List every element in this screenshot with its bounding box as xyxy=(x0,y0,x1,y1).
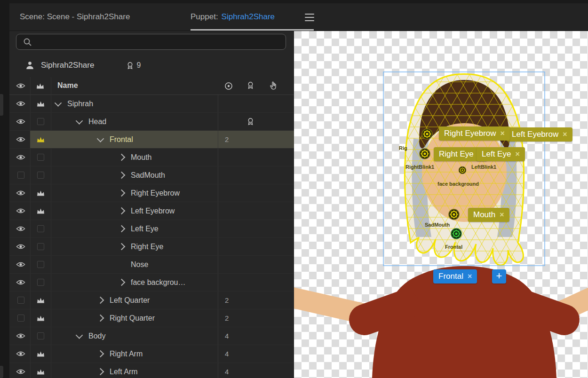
right-eye-handle[interactable] xyxy=(418,147,432,161)
independence-toggle[interactable] xyxy=(30,238,51,255)
tag-close-icon[interactable]: × xyxy=(515,150,519,158)
layer-name: Right Eyebrow xyxy=(131,189,180,197)
independence-toggle[interactable] xyxy=(30,166,51,184)
visibility-toggle[interactable] xyxy=(11,149,30,166)
visibility-toggle[interactable] xyxy=(11,256,30,273)
expand-chevron[interactable] xyxy=(118,207,126,215)
expand-chevron[interactable] xyxy=(76,117,83,125)
expand-chevron[interactable] xyxy=(118,225,126,233)
search-box[interactable] xyxy=(16,34,286,50)
tree-row-sadmouth[interactable]: SadMouth xyxy=(9,166,294,184)
mouth-handle[interactable] xyxy=(447,207,461,221)
dock-rail-notch-bottom xyxy=(0,366,3,378)
stage-canvas[interactable]: RigRightBlink1LeftBlink1face backgroundS… xyxy=(294,31,588,378)
visibility-toggle[interactable] xyxy=(11,166,30,184)
independence-toggle[interactable] xyxy=(30,95,51,112)
expand-chevron[interactable] xyxy=(97,135,104,142)
visibility-toggle[interactable] xyxy=(11,113,30,130)
expand-chevron[interactable] xyxy=(118,279,126,286)
expand-chevron[interactable] xyxy=(97,297,104,304)
stage-layer-label: Frontal xyxy=(445,244,462,250)
tree-row-body[interactable]: Body 4 xyxy=(9,327,294,345)
expand-chevron[interactable] xyxy=(118,189,126,197)
tree-row-frontal[interactable]: Frontal 2 xyxy=(9,131,294,149)
layer-name: Mouth xyxy=(131,153,151,162)
independence-toggle[interactable] xyxy=(30,202,51,220)
tag-close-icon[interactable]: × xyxy=(563,130,567,139)
empty-toggle-box xyxy=(37,332,44,339)
layer-count: 4 xyxy=(225,350,229,358)
visibility-toggle[interactable] xyxy=(11,274,30,291)
expand-chevron[interactable] xyxy=(118,243,126,251)
independence-toggle[interactable] xyxy=(30,220,51,237)
left-dock-rail xyxy=(0,0,10,378)
independence-toggle[interactable] xyxy=(30,113,51,130)
visibility-toggle[interactable] xyxy=(11,363,30,378)
tree-row-face-backgrou[interactable]: face backgrou… xyxy=(9,274,294,291)
expand-chevron[interactable] xyxy=(118,172,126,179)
frontal-tag[interactable]: Frontal × xyxy=(433,269,477,284)
expand-chevron[interactable] xyxy=(97,350,104,358)
crown-icon xyxy=(36,136,45,143)
visibility-toggle[interactable] xyxy=(11,309,30,327)
independence-toggle[interactable] xyxy=(30,345,51,362)
tag-close-icon[interactable]: × xyxy=(500,211,504,219)
independence-toggle[interactable] xyxy=(30,363,51,378)
layer-name: Frontal xyxy=(110,135,133,144)
independence-toggle[interactable] xyxy=(30,274,51,291)
tree-row-left-quarter[interactable]: Left Quarter 2 xyxy=(9,291,294,309)
independence-toggle[interactable] xyxy=(30,149,51,166)
visibility-toggle[interactable] xyxy=(11,238,30,255)
tab-puppet[interactable]: Puppet: Siphrah2Share xyxy=(191,3,275,31)
mouth-tag[interactable]: Mouth × xyxy=(468,208,509,222)
visibility-toggle[interactable] xyxy=(11,202,30,220)
layer-name-cell: SadMouth xyxy=(51,166,217,184)
layer-name-cell: Body xyxy=(51,327,217,345)
independence-toggle[interactable] xyxy=(30,291,51,309)
visibility-toggle[interactable] xyxy=(11,291,30,309)
puppet-person-icon xyxy=(25,61,34,70)
right-eyebrow-handle[interactable] xyxy=(420,127,434,141)
add-tag-button[interactable]: + xyxy=(492,269,506,284)
independence-toggle[interactable] xyxy=(30,327,51,345)
tree-row-right-eye[interactable]: Right Eye xyxy=(9,238,294,256)
tree-row-left-arm[interactable]: Left Arm 4 xyxy=(9,363,294,378)
expand-chevron[interactable] xyxy=(55,99,62,107)
tree-row-head[interactable]: Head xyxy=(9,113,294,131)
center-handle[interactable] xyxy=(458,165,468,175)
tree-row-right-arm[interactable]: Right Arm 4 xyxy=(9,345,294,363)
tree-row-mouth[interactable]: Mouth xyxy=(9,149,294,166)
visibility-toggle[interactable] xyxy=(11,95,30,112)
origin-handle[interactable] xyxy=(449,227,463,241)
tab-scene[interactable]: Scene: Scene - Siphrah2Share xyxy=(20,3,130,31)
tree-row-nose[interactable]: Nose xyxy=(9,256,294,274)
visibility-toggle[interactable] xyxy=(11,327,30,345)
right-eyebrow-tag[interactable]: Right Eyebrow × xyxy=(439,126,510,141)
visibility-toggle[interactable] xyxy=(11,184,30,202)
tree-row-right-quarter[interactable]: Right Quarter 2 xyxy=(9,309,294,327)
expand-chevron[interactable] xyxy=(97,315,104,322)
expand-chevron[interactable] xyxy=(97,368,104,376)
left-eye-tag[interactable]: Left Eye × xyxy=(477,147,525,161)
visibility-toggle[interactable] xyxy=(11,131,30,148)
expand-chevron[interactable] xyxy=(118,154,126,161)
tree-row-right-eyebrow[interactable]: Right Eyebrow xyxy=(9,184,294,202)
independence-toggle[interactable] xyxy=(30,131,51,148)
layer-name: Right Eye xyxy=(131,243,163,251)
left-eyebrow-tag[interactable]: Left Eyebrow × xyxy=(507,127,572,142)
tree-row-left-eyebrow[interactable]: Left Eyebrow xyxy=(9,202,294,220)
panel-menu-icon[interactable] xyxy=(305,14,314,21)
layer-name-cell: Siphrah xyxy=(51,95,217,112)
visibility-toggle[interactable] xyxy=(11,345,30,362)
tag-close-icon[interactable]: × xyxy=(501,129,505,138)
tree-row-left-eye[interactable]: Left Eye xyxy=(9,220,294,238)
independence-toggle[interactable] xyxy=(30,309,51,327)
mouth-tag-label: Mouth xyxy=(473,210,495,220)
independence-toggle[interactable] xyxy=(30,256,51,273)
tag-close-icon[interactable]: × xyxy=(468,272,472,281)
tree-row-siphrah[interactable]: Siphrah xyxy=(9,95,294,113)
search-input[interactable] xyxy=(37,38,286,47)
expand-chevron[interactable] xyxy=(76,331,83,339)
visibility-toggle[interactable] xyxy=(11,220,30,237)
independence-toggle[interactable] xyxy=(30,184,51,202)
